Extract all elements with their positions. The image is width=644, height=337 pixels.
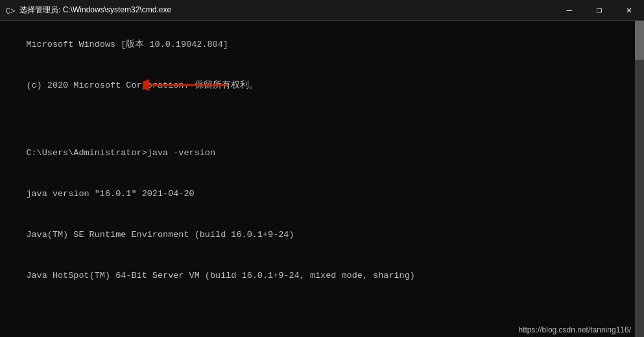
minimize-button[interactable]: — <box>555 0 584 21</box>
watermark: https://blog.csdn.net/tanning116/ <box>519 325 631 334</box>
console-line-5: java version "16.0.1" 2021-04-20 <box>26 189 194 199</box>
console-line-2: (c) 2020 Microsoft Corporation. 保留所有权利。 <box>26 81 257 90</box>
console-line-1: Microsoft Windows [版本 10.0.19042.804] <box>26 40 228 49</box>
console-line-6: Java(TM) SE Runtime Environment (build 1… <box>26 230 294 240</box>
title-bar: C> 选择管理员: C:\Windows\system32\cmd.exe — … <box>0 0 644 21</box>
console-line-7: Java HotSpot(TM) 64-Bit Server VM (build… <box>26 271 415 281</box>
console-line-4: C:\Users\Administrator>java -version <box>26 148 215 158</box>
console-area: Microsoft Windows [版本 10.0.19042.804] (c… <box>0 21 644 337</box>
svg-text:C>: C> <box>6 7 15 16</box>
restore-button[interactable]: ❐ <box>584 0 614 21</box>
close-button[interactable]: ✕ <box>614 0 644 21</box>
scrollbar[interactable] <box>635 21 644 337</box>
scrollbar-thumb[interactable] <box>635 21 644 60</box>
title-bar-controls: — ❐ ✕ <box>555 0 644 21</box>
console-output: Microsoft Windows [版本 10.0.19042.804] (c… <box>0 21 635 337</box>
title-bar-title: 选择管理员: C:\Windows\system32\cmd.exe <box>19 5 171 16</box>
cmd-icon: C> <box>5 5 16 16</box>
title-bar-left: C> 选择管理员: C:\Windows\system32\cmd.exe <box>5 5 171 16</box>
